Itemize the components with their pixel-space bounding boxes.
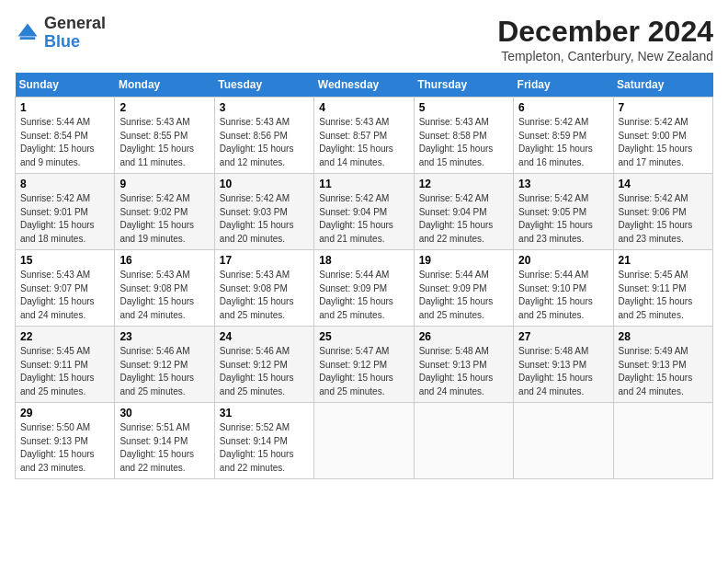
day-info: Sunrise: 5:45 AMSunset: 9:11 PMDaylight:… <box>619 269 708 322</box>
calendar-cell: 21Sunrise: 5:45 AMSunset: 9:11 PMDayligh… <box>613 250 712 327</box>
day-number: 7 <box>619 101 708 114</box>
day-info: Sunrise: 5:42 AMSunset: 9:01 PMDaylight:… <box>20 192 109 246</box>
day-number: 26 <box>419 330 508 343</box>
calendar-cell: 14Sunrise: 5:42 AMSunset: 9:06 PMDayligh… <box>613 174 712 250</box>
svg-marker-0 <box>18 23 38 36</box>
calendar-week-row: 15Sunrise: 5:43 AMSunset: 9:07 PMDayligh… <box>16 250 713 327</box>
calendar-cell: 16Sunrise: 5:43 AMSunset: 9:08 PMDayligh… <box>115 250 214 327</box>
column-header-friday: Friday <box>514 73 613 98</box>
logo-text: General Blue <box>44 15 106 52</box>
calendar-cell: 17Sunrise: 5:43 AMSunset: 9:08 PMDayligh… <box>214 250 313 327</box>
calendar-week-row: 8Sunrise: 5:42 AMSunset: 9:01 PMDaylight… <box>16 174 713 250</box>
day-number: 28 <box>619 330 708 343</box>
calendar-cell: 19Sunrise: 5:44 AMSunset: 9:09 PMDayligh… <box>414 250 513 327</box>
day-info: Sunrise: 5:42 AMSunset: 9:06 PMDaylight:… <box>619 192 708 246</box>
day-number: 17 <box>220 254 309 267</box>
logo-blue: Blue <box>44 32 80 51</box>
column-header-wednesday: Wednesday <box>314 73 414 98</box>
calendar-cell: 31Sunrise: 5:52 AMSunset: 9:14 PMDayligh… <box>214 403 313 479</box>
day-number: 12 <box>419 178 508 190</box>
calendar-cell: 23Sunrise: 5:46 AMSunset: 9:12 PMDayligh… <box>115 327 214 403</box>
day-info: Sunrise: 5:42 AMSunset: 9:02 PMDaylight:… <box>119 192 209 246</box>
day-info: Sunrise: 5:47 AMSunset: 9:12 PMDaylight:… <box>319 345 408 398</box>
day-number: 10 <box>220 178 309 190</box>
calendar-cell: 27Sunrise: 5:48 AMSunset: 9:13 PMDayligh… <box>514 327 613 403</box>
day-info: Sunrise: 5:42 AMSunset: 9:04 PMDaylight:… <box>419 192 508 246</box>
day-info: Sunrise: 5:45 AMSunset: 9:11 PMDaylight:… <box>20 345 109 398</box>
calendar-cell: 5Sunrise: 5:43 AMSunset: 8:58 PMDaylight… <box>414 98 513 174</box>
calendar-cell: 24Sunrise: 5:46 AMSunset: 9:12 PMDayligh… <box>214 327 313 403</box>
day-info: Sunrise: 5:49 AMSunset: 9:13 PMDaylight:… <box>619 345 708 398</box>
day-info: Sunrise: 5:52 AMSunset: 9:14 PMDaylight:… <box>220 421 309 475</box>
day-info: Sunrise: 5:44 AMSunset: 9:09 PMDaylight:… <box>319 269 408 322</box>
calendar-cell: 18Sunrise: 5:44 AMSunset: 9:09 PMDayligh… <box>314 250 414 327</box>
day-info: Sunrise: 5:42 AMSunset: 9:03 PMDaylight:… <box>220 192 309 246</box>
column-header-thursday: Thursday <box>414 73 513 98</box>
day-info: Sunrise: 5:42 AMSunset: 8:59 PMDaylight:… <box>518 116 608 169</box>
calendar-cell: 12Sunrise: 5:42 AMSunset: 9:04 PMDayligh… <box>414 174 513 250</box>
calendar-week-row: 1Sunrise: 5:44 AMSunset: 8:54 PMDaylight… <box>16 98 713 174</box>
day-number: 16 <box>119 254 209 267</box>
day-number: 13 <box>518 178 608 190</box>
calendar-cell: 20Sunrise: 5:44 AMSunset: 9:10 PMDayligh… <box>514 250 613 327</box>
day-info: Sunrise: 5:48 AMSunset: 9:13 PMDaylight:… <box>419 345 508 398</box>
day-info: Sunrise: 5:43 AMSunset: 8:58 PMDaylight:… <box>419 116 508 169</box>
calendar-cell: 28Sunrise: 5:49 AMSunset: 9:13 PMDayligh… <box>613 327 712 403</box>
day-info: Sunrise: 5:44 AMSunset: 9:09 PMDaylight:… <box>419 269 508 322</box>
day-number: 22 <box>20 330 109 343</box>
day-info: Sunrise: 5:43 AMSunset: 9:08 PMDaylight:… <box>220 269 309 322</box>
day-number: 9 <box>119 178 209 190</box>
day-number: 30 <box>119 407 209 419</box>
day-info: Sunrise: 5:43 AMSunset: 8:55 PMDaylight:… <box>119 116 209 169</box>
calendar-header-row: SundayMondayTuesdayWednesdayThursdayFrid… <box>16 73 713 98</box>
calendar-subtitle: Templeton, Canterbury, New Zealand <box>497 49 713 63</box>
day-number: 5 <box>419 101 508 114</box>
calendar-cell: 29Sunrise: 5:50 AMSunset: 9:13 PMDayligh… <box>16 403 115 479</box>
day-number: 19 <box>419 254 508 267</box>
column-header-tuesday: Tuesday <box>214 73 313 98</box>
day-number: 18 <box>319 254 408 267</box>
calendar-cell: 30Sunrise: 5:51 AMSunset: 9:14 PMDayligh… <box>115 403 214 479</box>
calendar-cell: 15Sunrise: 5:43 AMSunset: 9:07 PMDayligh… <box>16 250 115 327</box>
calendar-cell: 3Sunrise: 5:43 AMSunset: 8:56 PMDaylight… <box>214 98 313 174</box>
day-info: Sunrise: 5:43 AMSunset: 9:08 PMDaylight:… <box>119 269 209 322</box>
column-header-saturday: Saturday <box>613 73 712 98</box>
calendar-week-row: 29Sunrise: 5:50 AMSunset: 9:13 PMDayligh… <box>16 403 713 479</box>
calendar-cell: 22Sunrise: 5:45 AMSunset: 9:11 PMDayligh… <box>16 327 115 403</box>
day-info: Sunrise: 5:50 AMSunset: 9:13 PMDaylight:… <box>20 421 109 475</box>
day-info: Sunrise: 5:42 AMSunset: 9:05 PMDaylight:… <box>518 192 608 246</box>
day-info: Sunrise: 5:44 AMSunset: 9:10 PMDaylight:… <box>518 269 608 322</box>
calendar-cell: 6Sunrise: 5:42 AMSunset: 8:59 PMDaylight… <box>514 98 613 174</box>
day-number: 24 <box>220 330 309 343</box>
calendar-cell: 1Sunrise: 5:44 AMSunset: 8:54 PMDaylight… <box>16 98 115 174</box>
day-number: 25 <box>319 330 408 343</box>
day-info: Sunrise: 5:48 AMSunset: 9:13 PMDaylight:… <box>518 345 608 398</box>
day-info: Sunrise: 5:42 AMSunset: 9:00 PMDaylight:… <box>619 116 708 169</box>
day-number: 8 <box>20 178 109 190</box>
logo-icon <box>15 20 40 46</box>
calendar-title: December 2024 <box>497 15 713 49</box>
day-number: 3 <box>220 101 309 114</box>
day-info: Sunrise: 5:43 AMSunset: 9:07 PMDaylight:… <box>20 269 109 322</box>
column-header-sunday: Sunday <box>16 73 115 98</box>
calendar-cell <box>514 403 613 479</box>
day-number: 11 <box>319 178 408 190</box>
calendar-cell: 7Sunrise: 5:42 AMSunset: 9:00 PMDaylight… <box>613 98 712 174</box>
calendar-cell <box>414 403 513 479</box>
logo-general: General <box>44 14 106 32</box>
day-info: Sunrise: 5:43 AMSunset: 8:56 PMDaylight:… <box>220 116 309 169</box>
title-section: December 2024 Templeton, Canterbury, New… <box>497 15 713 63</box>
calendar-week-row: 22Sunrise: 5:45 AMSunset: 9:11 PMDayligh… <box>16 327 713 403</box>
calendar-table: SundayMondayTuesdayWednesdayThursdayFrid… <box>15 73 713 479</box>
column-header-monday: Monday <box>115 73 214 98</box>
calendar-cell <box>613 403 712 479</box>
day-number: 29 <box>20 407 109 419</box>
calendar-cell: 11Sunrise: 5:42 AMSunset: 9:04 PMDayligh… <box>314 174 414 250</box>
page-header: General Blue December 2024 Templeton, Ca… <box>15 15 713 63</box>
day-info: Sunrise: 5:44 AMSunset: 8:54 PMDaylight:… <box>20 116 109 169</box>
svg-rect-1 <box>20 37 36 40</box>
day-number: 31 <box>220 407 309 419</box>
day-info: Sunrise: 5:42 AMSunset: 9:04 PMDaylight:… <box>319 192 408 246</box>
day-number: 1 <box>20 101 109 114</box>
calendar-cell: 13Sunrise: 5:42 AMSunset: 9:05 PMDayligh… <box>514 174 613 250</box>
